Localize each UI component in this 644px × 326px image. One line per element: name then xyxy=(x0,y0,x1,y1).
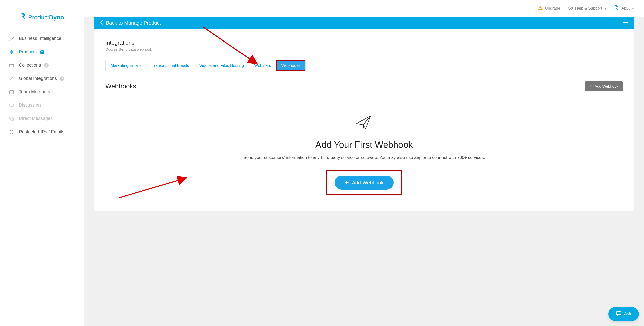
sidebar-item-global-integrations[interactable]: Global Integrations ? xyxy=(0,72,84,85)
svg-point-0 xyxy=(9,40,10,40)
caret-down-icon: ▾ xyxy=(604,6,606,11)
section-header: Webhooks ✚ Add Webhook xyxy=(105,81,623,91)
svg-point-6 xyxy=(11,92,12,93)
empty-title: Add Your First Webhook xyxy=(105,140,623,150)
plus-icon: ✚ xyxy=(589,84,593,88)
content: Back to Manage Product Integrations Cour… xyxy=(84,17,644,221)
folder-icon xyxy=(9,63,14,68)
help-badge-icon[interactable]: ? xyxy=(44,63,49,68)
back-link[interactable]: Back to Manage Product xyxy=(100,20,161,26)
logo[interactable]: ProductDyno xyxy=(0,5,84,29)
panel-subtitle: Course Send data webhook xyxy=(105,47,623,51)
nav-items: Business Intelligence Products ? Collect… xyxy=(0,29,84,141)
help-badge-icon[interactable]: ? xyxy=(40,50,44,54)
add-webhook-button-top[interactable]: ✚ Add Webhook xyxy=(585,81,623,91)
svg-point-3 xyxy=(13,37,14,37)
svg-rect-5 xyxy=(10,91,14,94)
tab-videos-files-hosting[interactable]: Videos and Files Hosting xyxy=(194,60,249,71)
tools-icon xyxy=(9,76,14,81)
tab-marketing-emails[interactable]: Marketing Emails xyxy=(106,60,147,71)
help-support-menu[interactable]: Help & Support ▾ xyxy=(568,5,607,11)
ask-label: Ask xyxy=(624,311,631,317)
section-title: Webhooks xyxy=(105,82,136,90)
svg-point-2 xyxy=(12,39,12,40)
highlight-box: ✚ Add Webhook xyxy=(326,170,402,195)
plus-icon: ✚ xyxy=(345,180,349,186)
caret-down-icon: ▾ xyxy=(632,6,634,11)
panel-title: Integrations xyxy=(105,39,623,46)
chart-icon xyxy=(9,36,14,41)
upgrade-label: Upgrade xyxy=(545,6,560,11)
empty-state: Add Your First Webhook Send your custome… xyxy=(105,113,623,195)
sidebar-item-label: Collections xyxy=(19,63,41,68)
sidebar-item-label: Global Integrations xyxy=(19,76,57,81)
shield-icon xyxy=(9,130,14,135)
add-webhook-label: Add Webhook xyxy=(352,180,383,186)
main-area: Upgrade Help & Support ▾ ApiX ▾ xyxy=(84,0,644,326)
messages-icon xyxy=(9,116,14,121)
sidebar-item-products[interactable]: Products ? xyxy=(0,45,84,59)
help-badge-icon[interactable]: ? xyxy=(60,76,64,81)
lightning-icon xyxy=(9,50,14,55)
chevron-left-icon xyxy=(100,20,103,26)
svg-rect-7 xyxy=(10,104,14,106)
user-label: ApiX xyxy=(621,6,630,11)
paper-plane-icon xyxy=(355,113,373,131)
back-label: Back to Manage Product xyxy=(106,20,161,26)
header-bar: Back to Manage Product xyxy=(94,17,634,29)
sidebar-item-collections[interactable]: Collections ? xyxy=(0,59,84,72)
sidebar-item-label: Team Members xyxy=(19,89,50,95)
sidebar-item-discussion[interactable]: Discussion xyxy=(0,99,84,112)
add-webhook-button-main[interactable]: ✚ Add Webhook xyxy=(335,176,393,190)
add-webhook-label: Add Webhook xyxy=(595,84,618,88)
empty-desc: Send your customers' information to any … xyxy=(105,155,623,160)
sidebar-item-label: Discussion xyxy=(19,103,41,108)
sidebar-item-label: Business Intelligence xyxy=(19,36,61,41)
tab-transactional-emails[interactable]: Transactional Emails xyxy=(147,60,194,71)
chat-icon xyxy=(9,103,14,108)
upgrade-link[interactable]: Upgrade xyxy=(538,6,560,11)
sidebar-item-direct-messages[interactable]: Direct Messages xyxy=(0,112,84,125)
logo-product-text: Product xyxy=(28,14,49,21)
sidebar-item-restricted-ips[interactable]: Restricted IPs / Emails xyxy=(0,125,84,139)
calendar-icon xyxy=(9,90,14,95)
svg-point-1 xyxy=(11,38,11,39)
tab-webhooks[interactable]: Webhooks xyxy=(276,60,305,71)
integration-tabs: Marketing Emails Transactional Emails Vi… xyxy=(105,60,306,71)
sidebar-item-label: Restricted IPs / Emails xyxy=(19,129,64,135)
chat-bubble-icon xyxy=(616,311,621,317)
topbar: Upgrade Help & Support ▾ ApiX ▾ xyxy=(84,0,644,17)
warning-icon xyxy=(538,6,543,11)
lifebuoy-icon xyxy=(568,5,573,11)
tab-webinars[interactable]: Webinars xyxy=(249,60,276,71)
user-avatar-icon xyxy=(614,5,619,12)
sidebar-item-team-members[interactable]: Team Members xyxy=(0,85,84,99)
sidebar: ProductDyno Business Intelligence Produc… xyxy=(0,0,84,326)
user-menu[interactable]: ApiX ▾ xyxy=(614,5,634,12)
sidebar-item-label: Direct Messages xyxy=(19,116,53,121)
help-label: Help & Support xyxy=(575,6,602,11)
sidebar-item-label: Products xyxy=(19,49,37,55)
logo-icon xyxy=(20,13,26,22)
hamburger-menu-icon[interactable] xyxy=(623,20,628,26)
logo-dyno-text: Dyno xyxy=(49,14,64,21)
ask-widget[interactable]: Ask xyxy=(608,307,639,321)
sidebar-item-business-intelligence[interactable]: Business Intelligence xyxy=(0,32,84,45)
panel: Integrations Course Send data webhook Ma… xyxy=(94,29,634,211)
